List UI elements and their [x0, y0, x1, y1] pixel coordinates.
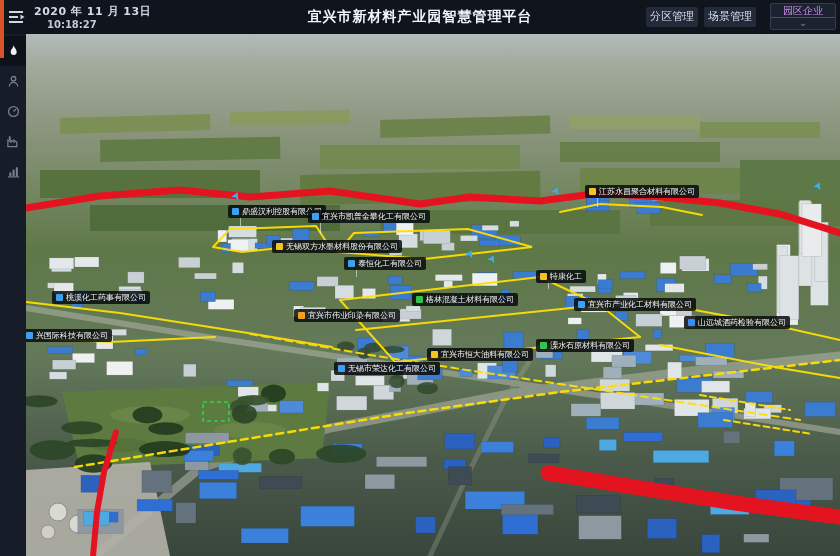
company-marker-icon [688, 319, 695, 326]
map-company-label[interactable]: 无锡市荣达化工有限公司 [334, 362, 440, 375]
company-name: 格林混凝土材料有限公司 [426, 294, 514, 305]
company-marker-icon [56, 294, 63, 301]
map-company-label[interactable]: 宜兴市产业化工材料有限公司 [574, 298, 696, 311]
gauge-icon [7, 105, 20, 118]
bar-chart-icon [7, 165, 20, 178]
company-name: 兴国际科技有限公司 [36, 330, 108, 341]
map-company-label[interactable]: 无锡双方水墨材料股份有限公司 [272, 240, 402, 253]
park-enterprise-dropdown[interactable]: 园区企业 ⌄ [770, 3, 836, 30]
map-company-label[interactable]: 兴国际科技有限公司 [22, 329, 112, 342]
sidebar-item-factory[interactable] [0, 126, 26, 156]
chevron-down-icon: ⌄ [771, 18, 835, 29]
company-marker-icon [312, 213, 319, 220]
sidebar-item-monitor[interactable] [0, 96, 26, 126]
flame-icon [7, 44, 20, 58]
company-name: 特康化工 [550, 271, 582, 282]
header-bar: 2020 年 11 月 13日 10:18:27 宜兴市新材料产业园智慧管理平台… [0, 0, 840, 34]
app-window: 鼎盛汉利控股有限公司 宜兴市凯普金攀化工有限公司 无锡双方水墨材料股份有限公司 … [0, 0, 840, 556]
company-marker-icon [431, 351, 438, 358]
map-company-label[interactable]: 溧水石原材料有限公司 [536, 339, 634, 352]
person-icon [7, 75, 20, 88]
zone-management-button[interactable]: 分区管理 [646, 7, 698, 27]
company-marker-icon [232, 208, 239, 215]
map-company-label[interactable]: 江苏永昌聚合材料有限公司 [585, 185, 699, 198]
company-marker-icon [589, 188, 596, 195]
company-marker-icon [26, 332, 33, 339]
company-name: 宜兴市伟业印染有限公司 [308, 310, 396, 321]
map-company-label[interactable]: 宜兴市伟业印染有限公司 [294, 309, 400, 322]
scene-management-button[interactable]: 场景管理 [704, 7, 756, 27]
active-accent-bar [0, 0, 4, 58]
company-marker-icon [338, 365, 345, 372]
company-marker-icon [298, 312, 305, 319]
company-marker-icon [348, 260, 355, 267]
map-company-label[interactable]: 宜兴市凯普金攀化工有限公司 [308, 210, 430, 223]
map-company-label[interactable]: 山远城酒药检验有限公司 [684, 316, 790, 329]
company-name: 宜兴市产业化工材料有限公司 [588, 299, 692, 310]
company-name: 桃溪化工药事有限公司 [66, 292, 146, 303]
map-canvas[interactable] [0, 0, 840, 556]
map-company-label[interactable]: 特康化工 [536, 270, 586, 283]
company-name: 无锡双方水墨材料股份有限公司 [286, 241, 398, 252]
sidebar-item-statistics[interactable] [0, 156, 26, 186]
company-name: 宜兴市恒大油料有限公司 [441, 349, 529, 360]
dropdown-selected-value: 园区企业 [771, 4, 835, 18]
company-marker-icon [416, 296, 423, 303]
company-name: 溧水石原材料有限公司 [550, 340, 630, 351]
company-marker-icon [578, 301, 585, 308]
map-company-label[interactable]: 格林混凝土材料有限公司 [412, 293, 518, 306]
company-name: 山远城酒药检验有限公司 [698, 317, 786, 328]
company-name: 江苏永昌聚合材料有限公司 [599, 186, 695, 197]
company-marker-icon [540, 342, 547, 349]
map-company-label[interactable]: 桃溪化工药事有限公司 [52, 291, 150, 304]
company-marker-icon [276, 243, 283, 250]
company-name: 泰恒化工有限公司 [358, 258, 422, 269]
map-company-label[interactable]: 泰恒化工有限公司 [344, 257, 426, 270]
sidebar [0, 34, 26, 556]
map-company-label[interactable]: 宜兴市恒大油料有限公司 [427, 348, 533, 361]
company-name: 宜兴市凯普金攀化工有限公司 [322, 211, 426, 222]
company-marker-icon [540, 273, 547, 280]
factory-icon [6, 135, 20, 148]
company-name: 无锡市荣达化工有限公司 [348, 363, 436, 374]
sidebar-item-personnel[interactable] [0, 66, 26, 96]
